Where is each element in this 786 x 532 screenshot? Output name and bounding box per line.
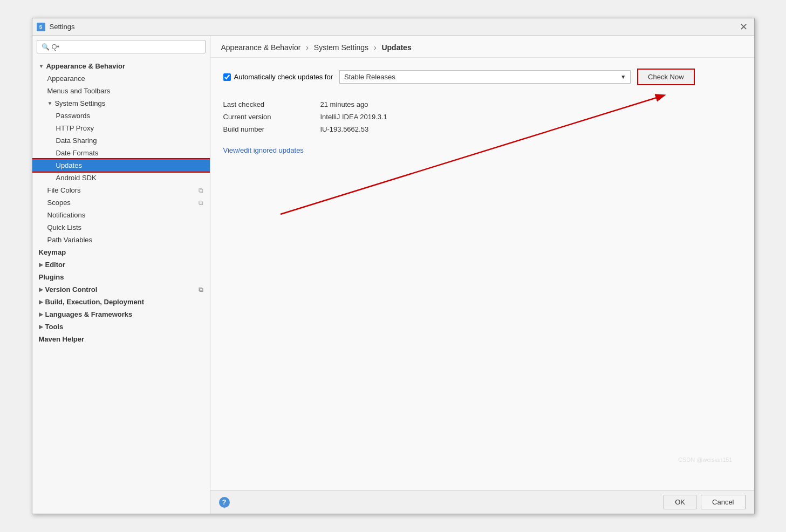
update-info-table: Last checked 21 minutes ago Current vers… [223,98,741,135]
titlebar: S Settings ✕ [32,18,754,36]
window-title: Settings [50,23,737,31]
right-panel: Appearance & Behavior › System Settings … [210,36,754,514]
sidebar-item-editor[interactable]: ▶ Editor [32,258,210,271]
sidebar-item-maven-helper[interactable]: Maven Helper [32,333,210,345]
sidebar: 🔍 ▼ Appearance & Behavior Appearance Men… [32,36,210,514]
expand-arrow: ▼ [47,100,53,106]
expand-arrow: ▶ [39,311,43,317]
expand-arrow: ▶ [39,299,43,305]
auto-check-label[interactable]: Automatically check updates for [223,73,333,81]
settings-window: S Settings ✕ 🔍 ▼ Appearance & Behavior A… [32,18,755,514]
sidebar-item-scopes[interactable]: Scopes ⧉ [32,196,210,209]
search-input[interactable] [52,43,201,51]
watermark: CSDN @weisian151 [678,456,732,463]
sidebar-item-data-sharing[interactable]: Data Sharing [32,134,210,147]
sidebar-item-passwords[interactable]: Passwords [32,110,210,122]
updates-settings-row: Automatically check updates for Stable R… [223,69,741,85]
sidebar-item-menus-toolbars[interactable]: Menus and Toolbars [32,85,210,97]
copy-icon: ⧉ [199,199,203,207]
breadcrumb-separator: › [306,43,309,52]
sidebar-item-tools[interactable]: ▶ Tools [32,320,210,333]
sidebar-item-path-variables[interactable]: Path Variables [32,234,210,246]
auto-check-checkbox[interactable] [223,73,231,81]
sidebar-item-file-colors[interactable]: File Colors ⧉ [32,184,210,196]
panel-content: Automatically check updates for Stable R… [210,58,754,490]
expand-arrow: ▶ [39,287,43,292]
app-icon: S [37,23,45,31]
sidebar-item-notifications[interactable]: Notifications [32,209,210,221]
sidebar-item-languages-frameworks[interactable]: ▶ Languages & Frameworks [32,308,210,320]
copy-icon: ⧉ [199,286,203,294]
sidebar-item-build-execution[interactable]: ▶ Build, Execution, Deployment [32,296,210,308]
breadcrumb: Appearance & Behavior › System Settings … [210,36,754,58]
main-content: 🔍 ▼ Appearance & Behavior Appearance Men… [32,36,754,514]
current-version-row: Current version IntelliJ IDEA 2019.3.1 [223,111,741,123]
sidebar-item-appearance-behavior[interactable]: ▼ Appearance & Behavior [32,60,210,72]
search-box[interactable]: 🔍 [37,40,206,53]
sidebar-item-system-settings[interactable]: ▼ System Settings [32,97,210,110]
chevron-down-icon: ▼ [620,74,626,80]
last-checked-row: Last checked 21 minutes ago [223,98,741,111]
cancel-button[interactable]: Cancel [701,495,745,509]
copy-icon: ⧉ [199,187,203,194]
expand-arrow: ▼ [39,63,44,69]
sidebar-item-quick-lists[interactable]: Quick Lists [32,221,210,234]
sidebar-item-http-proxy[interactable]: HTTP Proxy [32,122,210,134]
bottom-bar: ? OK Cancel [210,490,754,514]
close-button[interactable]: ✕ [737,21,750,33]
ignored-updates-link[interactable]: View/edit ignored updates [223,146,304,154]
sidebar-item-android-sdk[interactable]: Android SDK [32,172,210,184]
build-number-row: Build number IU-193.5662.53 [223,123,741,135]
sidebar-item-keymap[interactable]: Keymap [32,246,210,258]
ok-button[interactable]: OK [664,495,696,509]
check-now-button[interactable]: Check Now [637,69,694,85]
breadcrumb-separator2: › [374,43,377,52]
sidebar-item-plugins[interactable]: Plugins [32,271,210,283]
sidebar-item-version-control[interactable]: ▶ Version Control ⧉ [32,283,210,296]
help-button[interactable]: ? [219,497,230,508]
sidebar-item-date-formats[interactable]: Date Formats [32,147,210,159]
expand-arrow: ▶ [39,262,43,268]
expand-arrow: ▶ [39,324,43,330]
sidebar-item-appearance[interactable]: Appearance [32,72,210,85]
search-icon: 🔍 [42,43,50,51]
sidebar-item-updates[interactable]: Updates [32,159,210,172]
update-channel-dropdown[interactable]: Stable Releases ▼ [339,70,631,84]
nav-tree: ▼ Appearance & Behavior Appearance Menus… [32,58,210,514]
